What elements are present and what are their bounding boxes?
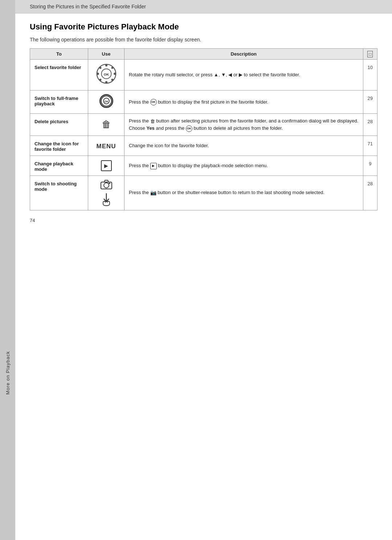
table-row: Select favorite folder OK — [30, 60, 377, 90]
playback-button-icon: ▶ — [101, 160, 112, 171]
table-row: Switch to full-frame playback OK Press t… — [30, 90, 377, 114]
row-ref-fullframe: 29 — [363, 90, 377, 114]
table-row: Change playback mode ▶ Press the ▶ butto… — [30, 156, 377, 176]
svg-point-15 — [104, 183, 109, 188]
page-number: 74 — [30, 218, 377, 223]
svg-point-8 — [111, 67, 113, 69]
svg-text:OK: OK — [104, 100, 109, 103]
sidebar-label: More on Playback — [5, 351, 11, 395]
header-text: Storing the Pictures in the Specified Fa… — [30, 4, 146, 9]
row-to-select-folder: Select favorite folder — [30, 60, 88, 90]
col-header-to: To — [30, 49, 88, 60]
row-ref-change-icon: 71 — [363, 136, 377, 156]
row-use-menu: MENU — [88, 136, 124, 156]
svg-point-7 — [99, 67, 101, 69]
sidebar-tab: More on Playback — [0, 0, 15, 540]
camera-shutter-icons — [93, 180, 120, 206]
table-header-row: To Use Description □ — [30, 49, 377, 60]
row-use-trash: 🗑 — [88, 114, 124, 136]
page-body: Using Favorite Pictures Playback Mode Th… — [15, 13, 392, 540]
col-header-ref: □ — [363, 49, 377, 60]
table-row: Delete pictures 🗑 Press the 🗑 button aft… — [30, 114, 377, 136]
row-to-fullframe: Switch to full-frame playback — [30, 90, 88, 114]
svg-text:OK: OK — [103, 72, 109, 76]
intro-text: The following operations are possible fr… — [30, 37, 377, 43]
row-to-shooting-mode: Switch to shooting mode — [30, 176, 88, 210]
row-desc-select-folder: Rotate the rotary multi selector, or pre… — [124, 60, 363, 90]
trash-icon: 🗑 — [102, 119, 111, 130]
svg-rect-16 — [109, 183, 110, 184]
row-to-delete: Delete pictures — [30, 114, 88, 136]
svg-rect-4 — [105, 81, 107, 84]
row-to-playback-mode: Change playback mode — [30, 156, 88, 176]
svg-point-9 — [99, 79, 101, 81]
svg-rect-3 — [105, 64, 107, 67]
row-use-playback: ▶ — [88, 156, 124, 176]
rotary-dial-icon: OK — [96, 63, 117, 84]
operations-table: To Use Description □ Select favorite fol… — [30, 48, 377, 210]
svg-rect-6 — [114, 73, 116, 75]
row-desc-delete: Press the 🗑 button after selecting pictu… — [124, 114, 363, 136]
row-ref-select-folder: 10 — [363, 60, 377, 90]
row-desc-playback-mode: Press the ▶ button to display the playba… — [124, 156, 363, 176]
row-to-change-icon: Change the icon for favorite folder — [30, 136, 88, 156]
header-bar: Storing the Pictures in the Specified Fa… — [15, 0, 392, 13]
shutter-release-icon — [99, 193, 113, 206]
table-row: Change the icon for favorite folder MENU… — [30, 136, 377, 156]
page-title: Using Favorite Pictures Playback Mode — [30, 22, 377, 32]
row-desc-change-icon: Change the icon for the favorite folder. — [124, 136, 363, 156]
main-content: Storing the Pictures in the Specified Fa… — [15, 0, 392, 540]
row-desc-fullframe: Press the OK button to display the first… — [124, 90, 363, 114]
row-use-ok: OK — [88, 90, 124, 114]
col-header-description: Description — [124, 49, 363, 60]
ok-button-icon: OK — [99, 94, 113, 108]
svg-rect-5 — [96, 73, 99, 75]
row-ref-playback-mode: 9 — [363, 156, 377, 176]
row-ref-delete: 28 — [363, 114, 377, 136]
row-use-rotary: OK — [88, 60, 124, 90]
row-desc-shooting-mode: Press the 📷 button or the shutter-releas… — [124, 176, 363, 210]
row-use-camera-shutter — [88, 176, 124, 210]
col-header-use: Use — [88, 49, 124, 60]
menu-icon: MENU — [96, 143, 116, 150]
camera-icon — [100, 180, 113, 190]
row-ref-shooting-mode: 28 — [363, 176, 377, 210]
svg-point-10 — [111, 79, 113, 81]
table-row: Switch to shooting mode — [30, 176, 377, 210]
